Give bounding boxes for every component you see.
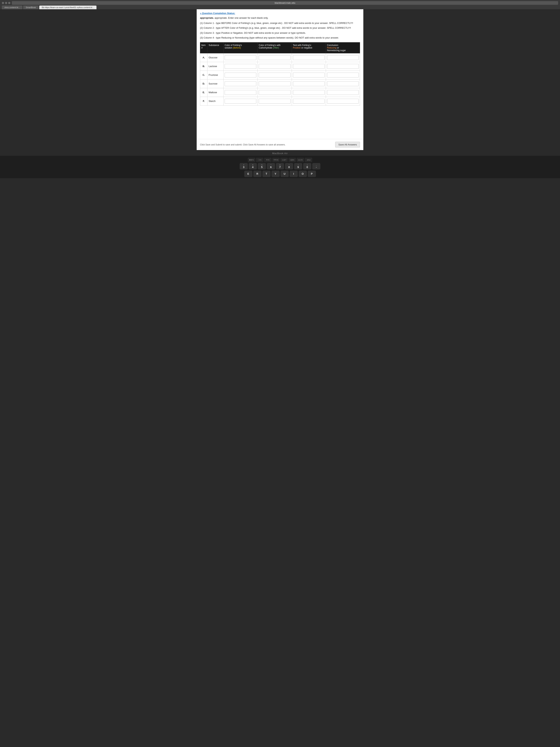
input-after-color-2[interactable] bbox=[259, 73, 290, 77]
input-before-color-4[interactable] bbox=[224, 90, 256, 95]
key-letter-4: U bbox=[284, 173, 285, 175]
input-test-result-0[interactable] bbox=[293, 55, 325, 60]
key-3[interactable]: #3 bbox=[240, 163, 248, 170]
tab-2[interactable]: SmartBook bbox=[23, 5, 38, 9]
instruction-2-num: (2) Column 2 - bbox=[200, 26, 216, 29]
cell-before-color-5 bbox=[223, 97, 258, 105]
th-item: Item# bbox=[200, 42, 207, 53]
key-O[interactable]: O bbox=[299, 171, 307, 177]
instruction-3-rest: DO NOT add extra words to your answer or… bbox=[244, 31, 306, 34]
instruction-2-rest: DO NOT add extra words to your answer. S… bbox=[282, 26, 351, 29]
page-content: » Question Completion Status: appropriat… bbox=[197, 9, 363, 139]
input-after-color-5[interactable] bbox=[259, 99, 290, 104]
input-before-color-1[interactable] bbox=[224, 64, 256, 69]
input-test-result-2[interactable] bbox=[293, 73, 325, 77]
input-test-result-4[interactable] bbox=[293, 90, 325, 95]
key-R[interactable]: R bbox=[254, 171, 262, 177]
question-completion-status[interactable]: » Question Completion Status: bbox=[200, 12, 360, 15]
key-U[interactable]: U bbox=[281, 171, 289, 177]
input-before-color-3[interactable] bbox=[224, 81, 256, 86]
input-test-result-1[interactable] bbox=[293, 64, 325, 69]
intro-text: appropriate. appropriate. Enter one answ… bbox=[200, 16, 360, 20]
fehling-table: Item# Substance Color of Fehling'ssoluti… bbox=[200, 42, 360, 106]
cell-conclusion-5 bbox=[326, 97, 360, 105]
fn-key-f6[interactable]: ✦✦ F6 bbox=[272, 158, 279, 162]
fn-icon-f4: ⁚⁚⁚ bbox=[258, 159, 260, 161]
input-after-color-0[interactable] bbox=[259, 55, 290, 60]
cell-substance-5: Starch bbox=[207, 97, 223, 105]
cell-item-3: D. bbox=[200, 79, 207, 88]
input-before-color-5[interactable] bbox=[224, 99, 256, 104]
cell-after-color-1 bbox=[258, 62, 292, 71]
cell-before-color-3 bbox=[223, 79, 258, 88]
input-conclusion-4[interactable] bbox=[327, 90, 359, 95]
browser-chrome: blackboard.matc.edu xhos.content.bl... S… bbox=[0, 0, 560, 9]
key-main-5: 8 bbox=[288, 166, 290, 169]
fn-label-f5: F5 bbox=[268, 159, 269, 161]
instruction-4: (3) Column 4 - type Reducing or Nonreduc… bbox=[200, 36, 360, 40]
tab-1[interactable]: xhos.content.bl... bbox=[2, 5, 22, 9]
key-Y[interactable]: Y bbox=[271, 171, 279, 177]
key--[interactable]: _- bbox=[312, 163, 320, 170]
key-9[interactable]: (9 bbox=[294, 163, 302, 170]
cell-before-color-2 bbox=[223, 71, 258, 79]
fn-key-f4[interactable]: ⁚⁚⁚ F4 bbox=[256, 158, 263, 162]
fn-key-f3[interactable]: ⊞⊟ F3 bbox=[248, 158, 255, 162]
key-main-1: 4 bbox=[252, 166, 254, 169]
tab-3[interactable]: Bb https://learn-us-east-1-prod-fleet01-… bbox=[39, 5, 97, 9]
input-before-color-2[interactable] bbox=[224, 73, 256, 77]
input-test-result-3[interactable] bbox=[293, 81, 325, 86]
page-footer: Click Save and Submit to save and submit… bbox=[197, 139, 363, 150]
key-P[interactable]: P bbox=[308, 171, 316, 177]
input-after-color-3[interactable] bbox=[259, 81, 290, 86]
key-E[interactable]: E bbox=[244, 171, 252, 177]
input-after-color-4[interactable] bbox=[259, 90, 290, 95]
input-conclusion-2[interactable] bbox=[327, 73, 359, 77]
key-5[interactable]: %5 bbox=[258, 163, 266, 170]
close-btn[interactable] bbox=[2, 2, 4, 4]
key-I[interactable]: I bbox=[290, 171, 298, 177]
fn-key-f9[interactable]: ▷▷ F9 bbox=[297, 158, 304, 162]
key-7[interactable]: &7 bbox=[276, 163, 284, 170]
input-conclusion-0[interactable] bbox=[327, 55, 359, 60]
cell-test-result-4 bbox=[292, 88, 326, 97]
maximize-btn[interactable] bbox=[8, 2, 10, 4]
cell-conclusion-1 bbox=[326, 62, 360, 71]
cell-conclusion-2 bbox=[326, 71, 360, 79]
save-all-answers-button[interactable]: Save All Answers bbox=[335, 142, 360, 148]
input-conclusion-5[interactable] bbox=[327, 99, 359, 104]
fn-key-f10[interactable]: ◁ F10 bbox=[305, 158, 312, 162]
key-main-8: - bbox=[316, 166, 317, 169]
input-conclusion-1[interactable] bbox=[327, 64, 359, 69]
browser-controls bbox=[2, 2, 10, 4]
input-test-result-5[interactable] bbox=[293, 99, 325, 104]
key-0[interactable]: )0 bbox=[303, 163, 311, 170]
input-conclusion-3[interactable] bbox=[327, 81, 359, 86]
keyboard-area: ⊞⊟ F3 ⁚⁚⁚ F4 ✦ F5 ✦✦ F6 ◁◁ F7 ▷‖ F8 ▷▷ F… bbox=[0, 156, 560, 178]
cell-test-result-5 bbox=[292, 97, 326, 105]
input-before-color-0[interactable] bbox=[224, 55, 256, 60]
key-4[interactable]: $4 bbox=[249, 163, 257, 170]
cell-after-color-5 bbox=[258, 97, 292, 105]
key-letter-5: I bbox=[293, 173, 294, 175]
minimize-btn[interactable] bbox=[5, 2, 7, 4]
instruction-3-num: (3) Column 3 - bbox=[200, 31, 216, 34]
key-T[interactable]: T bbox=[262, 171, 271, 177]
fn-key-f8[interactable]: ▷‖ F8 bbox=[289, 158, 296, 162]
fn-icon-f10: ◁ bbox=[307, 159, 308, 161]
th-conclusion: Conclusion:Reducing orNonreducing sugar bbox=[326, 42, 360, 53]
fn-key-f7[interactable]: ◁◁ F7 bbox=[281, 158, 288, 162]
key-8[interactable]: *8 bbox=[285, 163, 293, 170]
key-6[interactable]: ^6 bbox=[267, 163, 275, 170]
table-header-row: Item# Substance Color of Fehling'ssoluti… bbox=[200, 42, 360, 53]
instruction-1: (1) Column 1 - type BEFORE Color of Fehl… bbox=[200, 21, 360, 25]
address-bar[interactable]: blackboard.matc.edu bbox=[12, 1, 558, 5]
input-after-color-1[interactable] bbox=[259, 64, 290, 69]
key-letter-3: Y bbox=[275, 173, 276, 175]
cell-test-result-1 bbox=[292, 62, 326, 71]
fn-icon-f3: ⊞⊟ bbox=[249, 159, 252, 161]
fn-key-f5[interactable]: ✦ F5 bbox=[264, 158, 271, 162]
instruction-4-num: (3) Column 4 - bbox=[200, 36, 216, 39]
cell-after-color-0 bbox=[258, 53, 292, 62]
table-row: B.Lactose bbox=[200, 62, 360, 71]
